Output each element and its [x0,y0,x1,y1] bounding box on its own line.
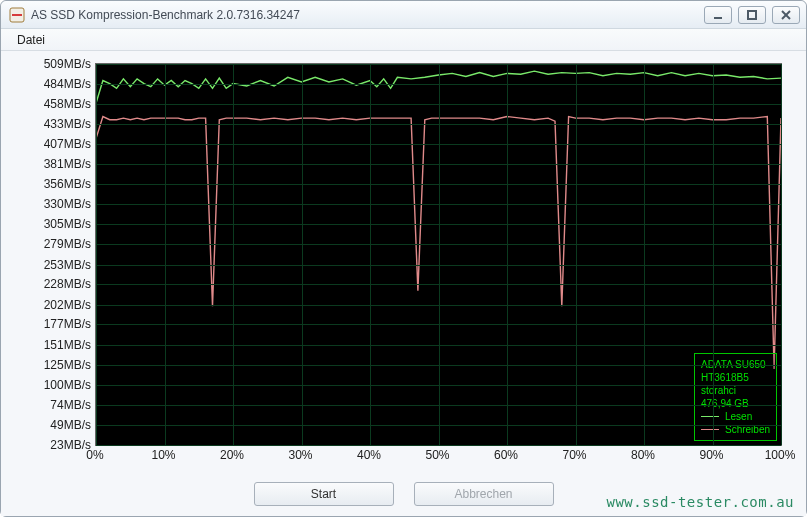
x-tick-label: 40% [357,448,381,462]
chart: 23MB/s49MB/s74MB/s100MB/s125MB/s151MB/s1… [17,57,790,468]
legend-item: Lesen [701,410,770,423]
menu-datei[interactable]: Datei [9,31,53,49]
y-tick-label: 305MB/s [17,217,91,231]
x-tick-label: 90% [699,448,723,462]
y-tick-label: 279MB/s [17,237,91,251]
y-tick-label: 330MB/s [17,197,91,211]
y-tick-label: 151MB/s [17,338,91,352]
legend-swatch [701,416,719,417]
y-tick-label: 202MB/s [17,298,91,312]
abort-button: Abbrechen [414,482,554,506]
legend-box: ADATA SU650HT3618B5storahci476,94 GB Les… [694,353,777,441]
x-tick-label: 60% [494,448,518,462]
y-tick-label: 484MB/s [17,77,91,91]
y-tick-label: 433MB/s [17,117,91,131]
x-tick-label: 50% [425,448,449,462]
info-line: 476,94 GB [701,397,770,410]
y-tick-label: 407MB/s [17,137,91,151]
y-tick-label: 49MB/s [17,418,91,432]
x-tick-label: 10% [151,448,175,462]
x-tick-label: 70% [562,448,586,462]
minimize-button[interactable] [704,6,732,24]
start-button[interactable]: Start [254,482,394,506]
x-tick-label: 30% [288,448,312,462]
svg-rect-1 [12,14,22,16]
x-tick-label: 0% [86,448,103,462]
y-tick-label: 509MB/s [17,57,91,71]
watermark: www.ssd-tester.com.au [606,494,794,510]
y-tick-label: 228MB/s [17,277,91,291]
info-line: HT3618B5 [701,371,770,384]
maximize-button[interactable] [738,6,766,24]
y-tick-label: 23MB/s [17,438,91,452]
x-tick-label: 100% [765,448,796,462]
window-title: AS SSD Kompression-Benchmark 2.0.7316.34… [31,8,300,22]
y-tick-label: 177MB/s [17,317,91,331]
y-tick-label: 381MB/s [17,157,91,171]
svg-rect-3 [748,11,756,19]
y-tick-label: 356MB/s [17,177,91,191]
x-tick-label: 20% [220,448,244,462]
app-icon [9,7,25,23]
y-tick-label: 125MB/s [17,358,91,372]
legend-swatch [701,429,719,430]
y-tick-label: 74MB/s [17,398,91,412]
close-button[interactable] [772,6,800,24]
plot-surface: ADATA SU650HT3618B5storahci476,94 GB Les… [95,63,782,446]
y-tick-label: 458MB/s [17,97,91,111]
x-tick-label: 80% [631,448,655,462]
y-tick-label: 100MB/s [17,378,91,392]
info-line: storahci [701,384,770,397]
y-tick-label: 253MB/s [17,258,91,272]
legend-label: Lesen [725,410,752,423]
